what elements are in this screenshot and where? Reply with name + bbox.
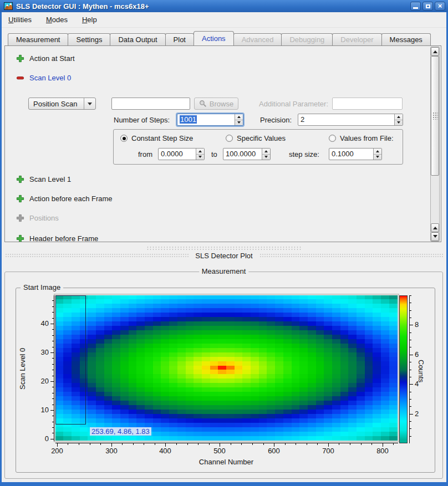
x-tick-label: 300 [98,447,125,455]
spin-down-icon[interactable] [196,155,204,160]
x-tick-label: 500 [206,447,233,455]
step-size-spin-buttons[interactable] [373,149,381,160]
y-minor-tick [52,318,54,319]
expand-plus-icon[interactable] [16,195,24,203]
spin-down-icon[interactable] [235,120,243,126]
spin-up-icon[interactable] [395,114,403,120]
y-tick-label: 20 [31,377,49,385]
x-minor-tick [133,443,134,445]
close-icon: × [438,3,442,9]
y-minor-tick [52,312,54,313]
header-before-frame-label[interactable]: Header before Frame [29,234,98,242]
step-size-spinbox[interactable]: 0.1000 [329,148,382,160]
colorbar-major-tick [409,414,413,415]
from-spinbox[interactable]: 0.0000 [158,148,205,160]
scan-script-input[interactable] [111,98,190,110]
expand-plus-icon[interactable] [16,54,24,63]
x-minor-tick [79,443,79,445]
action-at-start-label[interactable]: Action at Start [29,54,75,63]
num-steps-spinbox[interactable]: 1001 [177,114,243,126]
close-button[interactable]: × [435,2,445,11]
minimize-icon [413,7,418,9]
titlebar[interactable]: SLS Detector GUI : Mythen - mcs6x18+ × [0,0,448,12]
minimize-button[interactable] [410,2,421,11]
scroll-down-button[interactable] [431,232,439,241]
tab-debugging: Debugging [281,33,333,45]
menu-utilities-mnemonic: U [8,16,13,24]
zoom-selection-rect[interactable] [55,295,86,424]
colorbar-minor-tick [409,332,411,333]
y-minor-tick [52,398,54,399]
from-spin-buttons[interactable] [196,149,204,160]
actions-panel: Action at Start Scan Level 0 Position Sc… [4,45,441,242]
browse-label: Browse [210,100,233,108]
spin-down-icon[interactable] [262,155,270,160]
spin-down-icon[interactable] [374,155,381,160]
spin-up-icon[interactable] [374,149,381,155]
radio-constant-step[interactable]: Constant Step Size [120,134,193,142]
y-minor-tick [52,405,54,405]
menu-help-rest: elp [87,16,96,24]
tab-measurement[interactable]: Measurement [8,33,68,45]
positions-row: Positions [16,214,59,222]
tab-actions[interactable]: Actions [194,31,234,45]
scrollbar-thumb[interactable] [431,56,439,176]
menu-utilities[interactable]: Utilities [8,16,32,24]
dock-title: SLS Detector Plot [195,252,252,260]
y-major-tick [50,439,54,439]
action-at-start-row: Action at Start [16,54,75,63]
y-minor-tick [52,387,54,387]
spin-down-icon[interactable] [395,120,403,126]
colorbar-minor-tick [409,377,411,377]
menu-modes[interactable]: Modes [46,16,68,24]
tab-settings[interactable]: Settings [68,33,110,45]
x-major-tick [220,443,220,447]
arrow-up-icon [433,48,437,53]
precision-spin-buttons[interactable] [394,114,403,125]
radio-specific-values[interactable]: Specific Values [226,134,286,142]
scroll-up-button-2[interactable] [431,223,439,232]
to-spin-buttons[interactable] [262,149,270,160]
radio-values-from-file[interactable]: Values from File: [329,134,394,142]
tab-data-output[interactable]: Data Output [110,33,165,45]
radio-on-icon [120,135,128,142]
expand-plus-icon[interactable] [16,234,24,242]
scan-level-1-label[interactable]: Scan Level 1 [29,175,71,183]
tab-messages[interactable]: Messages [381,33,431,45]
vertical-scrollbar[interactable] [430,47,440,242]
to-spinbox[interactable]: 100.0000 [223,148,271,160]
y-minor-tick [52,364,54,365]
spin-up-icon[interactable] [235,114,243,120]
colorbar-minor-tick [409,436,411,437]
precision-label: Precision: [260,116,292,124]
y-minor-tick [52,422,54,422]
x-minor-tick [285,443,286,445]
menu-help[interactable]: Help [82,16,97,24]
x-tick-label: 600 [260,447,288,455]
scan-level-0-label[interactable]: Scan Level 0 [29,74,71,82]
heatmap-canvas[interactable] [55,295,398,441]
x-tick-label: 800 [369,447,396,455]
scan-level-0-row: Scan Level 0 [16,74,71,82]
maximize-button[interactable] [422,2,433,11]
colorbar-minor-tick [409,347,411,347]
action-before-frame-label[interactable]: Action before each Frame [29,195,113,203]
collapse-minus-icon[interactable] [16,74,24,82]
colorbar-minor-tick [409,370,411,370]
from-value: 0.0000 [159,149,196,160]
scan-mode-combobox[interactable]: Position Scan [28,98,96,110]
dock-titlebar[interactable]: SLS Detector Plot [2,251,446,260]
x-axis-title: Channel Number [156,458,296,466]
tab-plot[interactable]: Plot [165,33,194,45]
spin-up-icon[interactable] [196,149,204,155]
expand-plus-icon[interactable] [16,175,24,183]
num-steps-spin-buttons[interactable] [235,114,243,125]
spin-up-icon[interactable] [262,149,270,155]
splitter-handle[interactable] [146,246,302,250]
tab-bar: Measurement Settings Data Output Plot Ac… [2,31,446,45]
precision-spinbox[interactable]: 2 [298,114,403,126]
colorbar-minor-tick [409,362,411,362]
step-size-value: 0.1000 [329,149,373,160]
scroll-up-button[interactable] [431,47,439,56]
menu-modes-rest: odes [52,16,68,24]
